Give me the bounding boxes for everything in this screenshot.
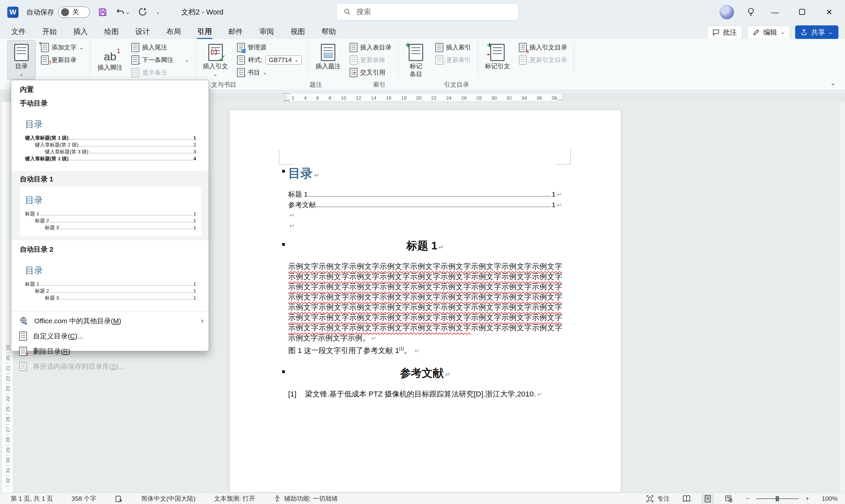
menu-item-remove-toc[interactable]: ✕ 删除目录(R) (11, 344, 209, 359)
vertical-scrollbar[interactable] (840, 102, 845, 493)
zoom-out-button[interactable]: − (744, 495, 751, 503)
cross-reference-button[interactable]: - 交叉引用 (348, 67, 393, 78)
page-number-status[interactable]: 第 1 页, 共 1 页 (8, 494, 55, 503)
globe-icon (19, 316, 29, 326)
insert-table-of-authorities-button[interactable]: § 插入引文目录 (517, 42, 569, 53)
account-avatar[interactable] (720, 5, 734, 19)
save-button[interactable] (98, 7, 108, 17)
share-button[interactable]: 共享 ⌄ (795, 25, 839, 39)
tab-design[interactable]: 设计 (129, 25, 156, 39)
mark-citation-button[interactable]: +- 标记引文 (481, 40, 514, 80)
add-text-button[interactable]: + 添加文字 ⌄ (39, 42, 86, 53)
quick-access-overflow-button[interactable]: ⌄ (156, 10, 160, 15)
ruler-number: 29 (5, 445, 11, 455)
insert-table-of-figures-button[interactable]: 插入表目录 (348, 42, 393, 53)
reference-entry[interactable]: [1] 梁文锋.基于低成本 PTZ 摄像机的目标跟踪算法研究[D].浙江大学,2… (288, 389, 562, 399)
maximize-button[interactable] (795, 7, 809, 17)
web-layout-button[interactable] (723, 494, 735, 503)
insert-footnote-label: 插入脚注 (98, 64, 122, 72)
next-footnote-button[interactable]: → 下一条脚注 ⌄ (129, 55, 191, 65)
autosave-label: 自动保存 (27, 7, 54, 17)
collapse-ribbon-button[interactable]: ⌄ (828, 78, 838, 87)
tab-references[interactable]: 引用 (191, 25, 218, 39)
zoom-in-button[interactable]: + (804, 495, 811, 503)
redo-button[interactable] (138, 7, 147, 17)
update-toc-label: 更新目录 (52, 56, 76, 64)
bibliography-button[interactable]: → 书目 ⌄ (235, 67, 304, 78)
zoom-slider-handle[interactable] (776, 496, 779, 501)
style-value: GB7714 (269, 56, 292, 64)
group-label-captions: 题注 (310, 80, 322, 89)
editing-mode-button[interactable]: 编辑 ⌄ (747, 25, 790, 39)
insert-index-button[interactable]: 插入索引 (434, 42, 473, 53)
text-prediction-status[interactable]: 文本预测: 打开 (212, 494, 257, 503)
tab-mailings[interactable]: 邮件 (223, 25, 249, 39)
tab-view[interactable]: 视图 (284, 25, 311, 39)
tab-review[interactable]: 审阅 (253, 25, 280, 39)
figure-caption-line[interactable]: 图 1 这一段文字引用了参考文献 1[1]。 ↵ (288, 343, 562, 356)
gallery-toc-row: 标题 21 (25, 217, 196, 224)
body-paragraph[interactable]: 示例文字示例文字示例文字示例文字示例文字示例文字示例文字示例文字示例文字示例文字… (288, 261, 562, 343)
print-layout-button[interactable] (701, 494, 714, 503)
close-button[interactable]: ✕ (822, 7, 837, 17)
group-separator (398, 41, 399, 77)
update-table-of-authorities-button[interactable]: ! 更新引文目录 (517, 55, 569, 65)
language-status[interactable]: 简体中文(中国大陆) (139, 494, 198, 503)
doc-toc-row[interactable]: 参考文献 1 ↵ (288, 200, 562, 210)
group-separator (478, 41, 478, 77)
show-notes-icon (131, 68, 139, 77)
dot-leader (317, 206, 551, 207)
accessibility-status[interactable]: 辅助功能: 一切就绪 (272, 494, 340, 503)
comments-button[interactable]: 批注 (707, 25, 742, 39)
update-index-button[interactable]: ! 更新索引 (434, 55, 473, 65)
insert-citation-button[interactable]: (-) ✓ 插入引文 ⌄ (199, 40, 232, 80)
gallery-item-auto-toc-2[interactable]: 目录 标题 11 标题 21 标题 31 (20, 257, 201, 306)
manage-sources-button[interactable]: ▦ 管理源 (235, 42, 304, 53)
whats-new-button[interactable] (746, 7, 755, 17)
group-label-citations: 文与书目 (211, 80, 236, 89)
menu-item-save-selection[interactable]: 将所选内容保存到目录库(S)... (11, 359, 209, 374)
word-logo-icon[interactable]: W (7, 6, 18, 18)
show-notes-button[interactable]: 显示备注 (129, 67, 191, 78)
document-page[interactable]: 目录↵ 标题 1 1 ↵ 参考文献 1 ↵ ↵ ↵ (229, 109, 621, 493)
tab-layout[interactable]: 布局 (160, 25, 187, 39)
outline-bullet-icon (282, 170, 285, 173)
tab-file[interactable]: 文件 (5, 25, 32, 39)
tab-draw[interactable]: 绘图 (99, 25, 125, 39)
zoom-level-button[interactable]: 100% (820, 495, 840, 503)
read-mode-button[interactable] (680, 494, 693, 503)
mark-entry-button[interactable]: + 标记 条目 (402, 40, 430, 80)
table-of-contents-button[interactable]: 目录 ⌄ (7, 40, 36, 80)
menu-item-more-from-office[interactable]: Office.com 中的其他目录(M) › (11, 313, 209, 328)
focus-mode-button[interactable]: 专注 (644, 494, 672, 503)
insert-toa-icon: § (519, 43, 527, 52)
insert-endnote-button[interactable]: 插入尾注 (129, 42, 191, 53)
ruler-number: 25 (5, 404, 11, 414)
tab-insert[interactable]: 插入 (67, 25, 94, 39)
insert-caption-button[interactable]: 插入题注 (312, 40, 344, 80)
insert-index-label: 插入索引 (446, 43, 471, 52)
ruler-number: 16 (386, 95, 391, 101)
autosave-control[interactable]: 自动保存 关 (27, 6, 90, 18)
zoom-slider[interactable] (756, 498, 799, 499)
undo-button[interactable]: ⌄ (116, 7, 130, 17)
update-table-button[interactable]: ! 更新表格 (348, 55, 393, 65)
word-count-status[interactable]: 358 个字 (70, 494, 99, 503)
document-title: 文档2 - Word (181, 7, 224, 17)
toc-row-label: 参考文献 (288, 200, 316, 210)
citation-style-select[interactable]: GB7714 ⌄ (266, 55, 302, 65)
autosave-toggle[interactable]: 关 (58, 6, 90, 18)
insert-footnote-button[interactable]: ab1 插入脚注 (94, 40, 126, 80)
doc-toc-row[interactable]: 标题 1 1 ↵ (288, 189, 562, 200)
tab-help[interactable]: 帮助 (316, 25, 342, 39)
mark-entry-icon: + (409, 44, 423, 61)
menu-item-custom-toc[interactable]: 自定义目录(C)... (11, 328, 209, 344)
search-input[interactable]: 搜索 (336, 3, 518, 20)
minimize-button[interactable]: — (768, 7, 782, 17)
update-toc-button[interactable]: ! 更新目录 (39, 55, 86, 65)
gallery-item-manual-toc[interactable]: 目录 键入章标题(第 1 级)1 键入章标题(第 2 级)2 键入章标题(第 3… (20, 110, 201, 167)
group-label-index: 索引 (373, 80, 386, 89)
proofing-status-button[interactable] (113, 494, 125, 503)
tab-home[interactable]: 开始 (36, 25, 63, 39)
gallery-item-auto-toc-1[interactable]: 目录 标题 11 标题 21 标题 31 (20, 186, 201, 236)
